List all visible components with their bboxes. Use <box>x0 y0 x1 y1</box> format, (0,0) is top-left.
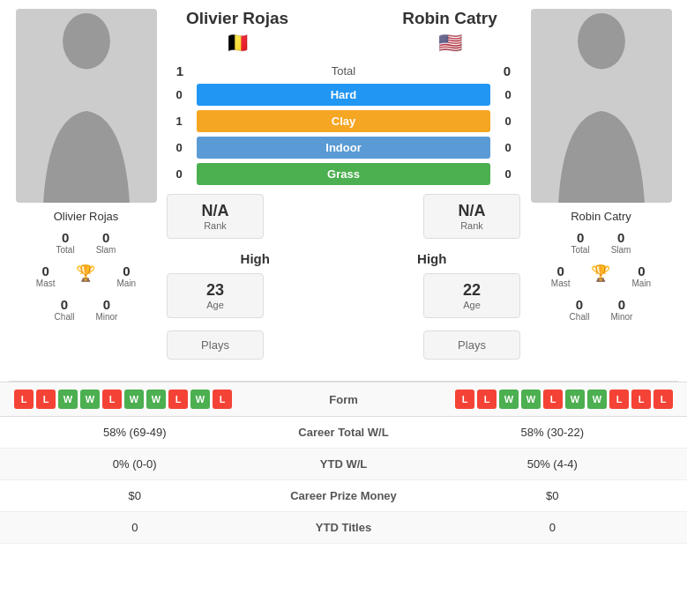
grass-row: 0 Grass 0 <box>167 163 520 185</box>
left-player-photo <box>16 9 157 203</box>
left-age-box: 23 Age <box>167 273 264 318</box>
left-total-stat: 0 Total <box>56 230 75 255</box>
right-mast-main-row: 0 Mast 🏆 0 Main <box>551 263 651 288</box>
prize-row: $0 Career Prize Money $0 <box>0 480 687 512</box>
left-form-badges: LLWWLWWLWL <box>14 390 291 409</box>
form-badge-l: L <box>102 390 122 409</box>
right-plays-box: Plays <box>423 330 520 360</box>
right-player-name: Robin Catry <box>571 210 631 223</box>
right-age-box: 22 Age <box>423 273 520 318</box>
form-badge-w: W <box>565 390 585 409</box>
right-avatar-icon <box>531 9 672 203</box>
form-badge-w: W <box>80 390 100 409</box>
right-player-column: Robin Catry 0 Total 0 Slam 0 Mast 🏆 <box>524 9 678 325</box>
form-section: LLWWLWWLWL Form LLWWLWWLLL <box>0 382 687 417</box>
grass-button[interactable]: Grass <box>197 163 490 185</box>
left-mast-main-row: 0 Mast 🏆 0 Main <box>36 263 136 288</box>
right-trophy-icon: 🏆 <box>591 263 610 288</box>
right-total-stat: 0 Total <box>571 230 590 255</box>
form-badge-w: W <box>124 390 144 409</box>
left-mast-stat: 0 Mast <box>36 263 56 288</box>
form-badge-l: L <box>631 390 651 409</box>
form-badge-w: W <box>587 390 607 409</box>
left-chall-minor-row: 0 Chall 0 Minor <box>55 297 118 322</box>
form-badge-w: W <box>58 390 78 409</box>
form-badge-l: L <box>609 390 629 409</box>
form-label: Form <box>291 393 397 406</box>
right-slam-stat: 0 Slam <box>611 230 631 255</box>
left-trophy-icon: 🏆 <box>76 263 95 288</box>
center-column: Olivier Rojas 🇧🇪 Robin Catry 🇺🇸 1 Total … <box>163 9 524 372</box>
form-badge-l: L <box>213 390 232 409</box>
left-rank-box: N/A Rank <box>167 194 264 239</box>
form-badge-w: W <box>499 390 519 409</box>
right-flag: 🇺🇸 <box>438 32 462 55</box>
indoor-row: 0 Indoor 0 <box>167 137 520 159</box>
age-section: 23 Age 22 Age <box>167 273 520 325</box>
right-total-slam-row: 0 Total 0 Slam <box>571 230 631 255</box>
left-flag: 🇧🇪 <box>226 32 250 55</box>
left-name-heading: Olivier Rojas <box>186 9 288 28</box>
form-badge-l: L <box>14 390 34 409</box>
right-name-block: Robin Catry 🇺🇸 <box>379 9 520 55</box>
left-player-column: Olivier Rojas 0 Total 0 Slam 0 Mast 🏆 <box>9 9 163 325</box>
left-plays-box: Plays <box>167 330 264 360</box>
left-total-slam-row: 0 Total 0 Slam <box>56 230 116 255</box>
right-chall-minor-row: 0 Chall 0 Minor <box>570 297 633 322</box>
ytd-wl-row: 0% (0-0) YTD W/L 50% (4-4) <box>0 449 687 480</box>
clay-row: 1 Clay 0 <box>167 110 520 132</box>
svg-point-0 <box>63 13 110 70</box>
hard-button[interactable]: Hard <box>197 84 490 106</box>
form-badge-l: L <box>477 390 497 409</box>
right-mast-stat: 0 Mast <box>551 263 571 288</box>
total-row: 1 Total 0 <box>167 63 520 78</box>
left-minor-stat: 0 Minor <box>95 297 117 322</box>
right-chall-stat: 0 Chall <box>570 297 590 322</box>
form-badge-l: L <box>36 390 56 409</box>
high-row: High High <box>167 251 520 266</box>
right-main-stat: 0 Main <box>631 263 651 288</box>
form-badge-l: L <box>543 390 563 409</box>
form-badge-w: W <box>190 390 210 409</box>
form-badge-w: W <box>521 390 541 409</box>
career-wl-row: 58% (69-49) Career Total W/L 58% (30-22) <box>0 417 687 449</box>
form-badge-l: L <box>168 390 188 409</box>
left-avatar-icon <box>16 9 157 203</box>
clay-button[interactable]: Clay <box>197 110 490 132</box>
form-badge-l: L <box>455 390 474 409</box>
left-chall-stat: 0 Chall <box>55 297 75 322</box>
form-badge-w: W <box>146 390 166 409</box>
right-form-badges: LLWWLWWLLL <box>397 390 674 409</box>
court-rows: 0 Hard 0 1 Clay 0 0 Indoor 0 <box>167 84 520 185</box>
right-player-photo <box>531 9 672 203</box>
left-player-name: Olivier Rojas <box>54 210 119 223</box>
left-name-block: Olivier Rojas 🇧🇪 <box>167 9 308 55</box>
hard-row: 0 Hard 0 <box>167 84 520 106</box>
form-badge-l: L <box>653 390 673 409</box>
right-minor-stat: 0 Minor <box>610 297 632 322</box>
rank-section: N/A Rank N/A Rank <box>167 194 520 246</box>
left-slam-stat: 0 Slam <box>96 230 116 255</box>
left-main-stat: 0 Main <box>116 263 136 288</box>
ytd-titles-row: 0 YTD Titles 0 <box>0 512 687 544</box>
plays-section: Plays Plays <box>167 330 520 367</box>
svg-point-1 <box>578 13 625 70</box>
main-layout: Olivier Rojas 0 Total 0 Slam 0 Mast 🏆 <box>0 0 687 381</box>
right-name-heading: Robin Catry <box>402 9 497 28</box>
stats-table: 58% (69-49) Career Total W/L 58% (30-22)… <box>0 417 687 544</box>
indoor-button[interactable]: Indoor <box>197 137 490 159</box>
right-rank-box: N/A Rank <box>423 194 520 239</box>
